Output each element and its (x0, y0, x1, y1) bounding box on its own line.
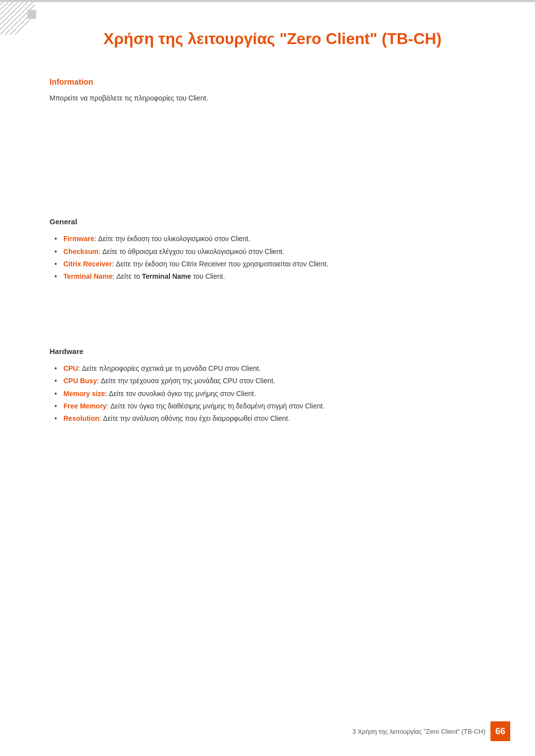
top-border-decoration (0, 0, 535, 2)
information-section: Information Μπορείτε να προβάλετε τις πλ… (50, 78, 495, 103)
hardware-term-memory-size: Memory size (63, 390, 105, 398)
list-item: Memory size: Δείτε τον συνολικό όγκο της… (54, 388, 495, 400)
hardware-term-cpu-busy: CPU Busy (63, 377, 97, 385)
general-term-checksum: Checksum (63, 248, 99, 255)
spacer-1 (50, 113, 495, 212)
hardware-list: CPU: Δείτε πληροφορίες σχετικά με τη μον… (54, 362, 495, 425)
hardware-desc-free-memory: : Δείτε τον όγκο της διαθέσιμης μνήμης τ… (107, 402, 324, 410)
svg-line-3 (0, 0, 20, 20)
hardware-term-resolution: Resolution (63, 414, 99, 422)
general-desc-terminal-bold: Terminal Name (142, 272, 191, 280)
list-item: Free Memory: Δείτε τον όγκο της διαθέσιμ… (54, 400, 495, 412)
footer-page-number: 66 (490, 721, 510, 741)
spacer-2 (50, 293, 495, 342)
hardware-term-cpu: CPU (63, 364, 78, 372)
general-term-citrix: Citrix Receiver (63, 260, 112, 268)
top-left-box-decoration (27, 10, 36, 19)
information-body-text: Μπορείτε να προβάλετε τις πληροφορίες το… (50, 93, 495, 103)
hardware-desc-resolution: : Δείτε την ανάλυση οθόνης που έχει διαμ… (99, 414, 290, 422)
information-heading: Information (50, 78, 495, 87)
list-item: Firmware: Δείτε την έκδοση του υλικολογι… (54, 233, 495, 245)
page-footer: 3 Χρήση της λειτουργίας "Zero Client" (T… (0, 721, 535, 741)
general-section: General Firmware: Δείτε την έκδοση του υ… (50, 217, 495, 283)
list-item: Citrix Receiver: Δείτε την έκδοση του Ci… (54, 258, 495, 270)
general-desc-citrix: : Δείτε την έκδοση του Citrix Receiver π… (112, 260, 328, 268)
hardware-desc-cpu-busy: : Δείτε την τρέχουσα χρήση της μονάδας C… (97, 377, 275, 385)
svg-line-0 (0, 0, 5, 5)
list-item: CPU Busy: Δείτε την τρέχουσα χρήση της μ… (54, 375, 495, 387)
list-item: Resolution: Δείτε την ανάλυση οθόνης που… (54, 412, 495, 425)
list-item: Terminal Name: Δείτε το Terminal Name το… (54, 270, 495, 283)
general-desc-checksum: : Δείτε το άθροισμα ελέγχου του υλικολογ… (99, 248, 284, 255)
general-term-firmware: Firmware (63, 235, 94, 243)
footer-text: 3 Χρήση της λειτουργίας "Zero Client" (T… (352, 728, 485, 735)
hardware-heading: Hardware (50, 347, 495, 355)
general-desc-terminal-2: του Client. (191, 272, 225, 280)
list-item: Checksum: Δείτε το άθροισμα ελέγχου του … (54, 246, 495, 258)
hardware-section: Hardware CPU: Δείτε πληροφορίες σχετικά … (50, 347, 495, 425)
general-term-terminal: Terminal Name (63, 272, 112, 280)
general-heading: General (50, 217, 495, 226)
svg-line-1 (0, 0, 10, 10)
general-desc-terminal-1: : Δείτε το (112, 272, 142, 280)
list-item: CPU: Δείτε πληροφορίες σχετικά με τη μον… (54, 362, 495, 375)
general-list: Firmware: Δείτε την έκδοση του υλικολογι… (54, 233, 495, 283)
general-desc-firmware: : Δείτε την έκδοση του υλικολογισμικού σ… (94, 235, 250, 243)
hardware-term-free-memory: Free Memory (63, 402, 107, 410)
svg-line-4 (0, 0, 25, 25)
hardware-desc-memory-size: : Δείτε τον συνολικό όγκο της μνήμης στο… (105, 390, 256, 398)
page-container: Χρήση της λειτουργίας "Zero Client" (TB-… (0, 0, 535, 756)
hardware-desc-cpu: : Δείτε πληροφορίες σχετικά με τη μονάδα… (78, 364, 261, 372)
page-title: Χρήση της λειτουργίας "Zero Client" (TB-… (50, 25, 495, 48)
